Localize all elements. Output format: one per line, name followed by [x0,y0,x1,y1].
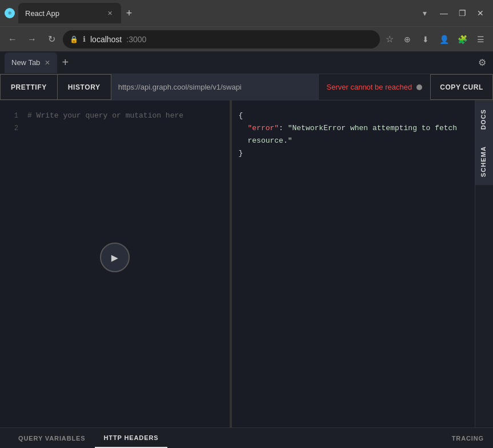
forward-button[interactable]: → [24,31,40,47]
url-host: localhost [90,35,122,44]
pocket-button[interactable]: ⊕ [399,31,415,47]
address-bar[interactable]: 🔒 ℹ localhost:3000 [63,30,380,49]
browser-tab-react[interactable]: React App ✕ [18,3,121,23]
settings-icon[interactable]: ⚙ [476,55,488,70]
browser-toolbar: ← → ↻ 🔒 ℹ localhost:3000 ☆ ⊕ ⬇ 👤 🧩 ☰ [0,26,493,51]
endpoint-url-bar[interactable]: https://api.graph.cool/simple/v1/swapi [111,74,319,100]
query-editor[interactable]: 1 # Write your query or mutation here 2 … [0,100,230,427]
tab-dropdown-button[interactable]: ▾ [418,6,431,20]
graphiql-main: 1 # Write your query or mutation here 2 … [0,100,493,427]
security-icon: 🔒 [70,35,78,43]
graphiql-tab-label: New Tab [11,58,40,67]
graphiql-container: New Tab ✕ + ⚙ PRETTIFY HISTORY https://a… [0,51,493,448]
line-number-2: 2 [5,122,18,135]
error-key: "error" [248,124,279,132]
history-button[interactable]: HISTORY [58,74,111,100]
line-text-1: # Write your query or mutation here [27,110,183,122]
status-dot-icon [416,84,422,90]
bookmark-button[interactable]: ☆ [383,31,396,47]
play-icon: ▶ [111,251,118,265]
query-variables-tab[interactable]: QUERY VARIABLES [9,428,95,448]
tab-title: React App [25,9,101,18]
window-controls: — ❐ ✕ [436,5,488,21]
tab-bar: ⚛ React App ✕ + [5,0,414,26]
result-close-brace: } [239,147,468,160]
result-error-line: "error": "NetworkError when attempting t… [239,122,468,147]
endpoint-url-text: https://api.graph.cool/simple/v1/swapi [118,83,242,91]
query-editor-pane: 1 # Write your query or mutation here 2 … [0,100,232,427]
back-button[interactable]: ← [5,31,21,47]
graphiql-toolbar: PRETTIFY HISTORY https://api.graph.cool/… [0,74,493,100]
url-port: :3000 [126,35,146,44]
minimize-button[interactable]: — [436,5,452,21]
tab-close-button[interactable]: ✕ [105,9,114,18]
schema-tab[interactable]: SCHEMA [475,138,493,185]
result-open-brace: { [239,110,468,122]
tab-favicon-area: ⚛ [5,7,16,19]
result-pane: { "error": "NetworkError when attempting… [232,100,475,427]
line-number-1: 1 [5,110,18,122]
graphiql-add-tab-button[interactable]: + [57,55,73,71]
graphiql-tab[interactable]: New Tab ✕ [5,53,57,73]
restore-button[interactable]: ❐ [454,5,470,21]
menu-button[interactable]: ☰ [472,31,488,47]
browser-titlebar: ⚛ React App ✕ + ▾ — ❐ ✕ [0,0,493,26]
copy-curl-button[interactable]: COPY CURL [430,74,493,100]
graphiql-topbar: New Tab ✕ + ⚙ [0,51,493,74]
server-status-text: Server cannot be reached [327,83,412,91]
refresh-button[interactable]: ↻ [43,31,59,47]
graphiql-tab-close[interactable]: ✕ [45,59,50,67]
page-info-icon: ℹ [83,35,86,43]
execute-query-button[interactable]: ▶ [100,243,130,272]
editor-line-1: 1 # Write your query or mutation here [0,110,230,122]
close-button[interactable]: ✕ [472,5,488,21]
toolbar-right-buttons: ⊕ ⬇ 👤 🧩 ☰ [399,31,488,47]
tracing-button[interactable]: TRACING [452,435,484,442]
graphiql-bottom-bar: QUERY VARIABLES HTTP HEADERS TRACING [0,427,493,448]
prettify-button[interactable]: PRETTIFY [0,74,58,100]
server-status: Server cannot be reached [319,83,431,91]
docs-tab[interactable]: DOCS [475,100,493,138]
extensions-button[interactable]: 🧩 [454,31,470,47]
favicon-icon: ⚛ [5,8,15,18]
download-button[interactable]: ⬇ [418,31,434,47]
http-headers-tab[interactable]: HTTP HEADERS [95,428,168,448]
side-tabs: DOCS SCHEMA [475,100,493,427]
editor-line-2: 2 [0,122,230,135]
new-tab-button[interactable]: + [121,5,137,21]
profile-button[interactable]: 👤 [436,31,452,47]
